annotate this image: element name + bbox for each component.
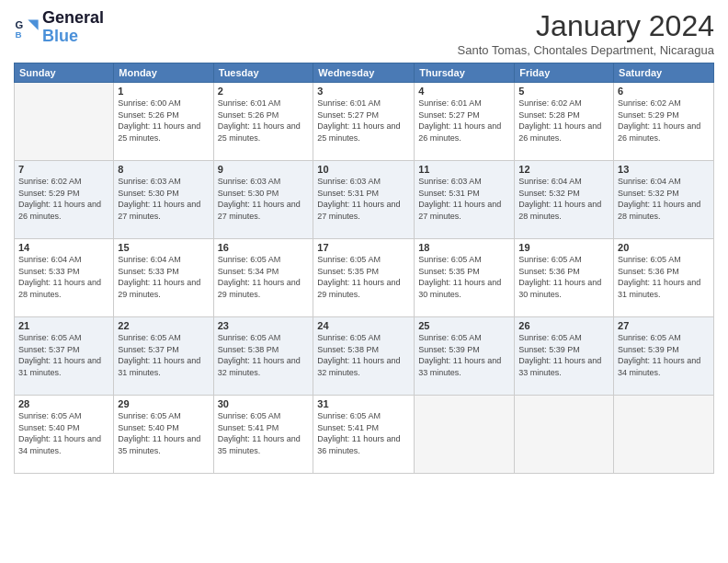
daylight-text: Daylight: 11 hours and 27 minutes. — [118, 200, 200, 221]
sunrise-text: Sunrise: 6:05 AM — [518, 333, 582, 342]
daylight-text: Daylight: 11 hours and 26 minutes. — [618, 121, 700, 143]
day-info: Sunrise: 6:04 AMSunset: 5:32 PMDaylight:… — [618, 176, 710, 222]
table-row: 24Sunrise: 6:05 AMSunset: 5:38 PMDayligh… — [313, 317, 415, 396]
daylight-text: Daylight: 11 hours and 35 minutes. — [118, 434, 200, 455]
day-number: 19 — [518, 242, 609, 253]
sunset-text: Sunset: 5:40 PM — [18, 423, 80, 432]
sunset-text: Sunset: 5:34 PM — [218, 267, 279, 276]
day-info: Sunrise: 6:02 AMSunset: 5:29 PMDaylight:… — [618, 98, 710, 144]
table-row — [15, 83, 114, 161]
table-row: 20Sunrise: 6:05 AMSunset: 5:36 PMDayligh… — [614, 239, 714, 317]
sunrise-text: Sunrise: 6:05 AM — [218, 333, 281, 342]
header: G B General Blue January 2024 Santo Toma… — [14, 9, 714, 57]
day-info: Sunrise: 6:05 AMSunset: 5:38 PMDaylight:… — [317, 332, 410, 378]
logo-general: General — [42, 9, 104, 28]
sunset-text: Sunset: 5:39 PM — [518, 345, 580, 354]
sunset-text: Sunset: 5:33 PM — [18, 267, 80, 276]
sunset-text: Sunset: 5:35 PM — [418, 267, 480, 276]
table-row — [415, 396, 515, 474]
sunrise-text: Sunrise: 6:02 AM — [18, 177, 82, 186]
daylight-text: Daylight: 11 hours and 29 minutes. — [218, 278, 301, 299]
day-number: 18 — [418, 242, 510, 253]
calendar-week-row: 7Sunrise: 6:02 AMSunset: 5:29 PMDaylight… — [15, 161, 714, 239]
daylight-text: Daylight: 11 hours and 36 minutes. — [317, 434, 400, 455]
day-number: 25 — [418, 320, 510, 331]
table-row: 31Sunrise: 6:05 AMSunset: 5:41 PMDayligh… — [313, 396, 415, 474]
day-number: 22 — [118, 320, 209, 331]
daylight-text: Daylight: 11 hours and 33 minutes. — [518, 356, 601, 377]
daylight-text: Daylight: 11 hours and 34 minutes. — [618, 356, 700, 377]
daylight-text: Daylight: 11 hours and 33 minutes. — [418, 356, 501, 377]
table-row: 1Sunrise: 6:00 AMSunset: 5:26 PMDaylight… — [114, 83, 213, 161]
table-row: 12Sunrise: 6:04 AMSunset: 5:32 PMDayligh… — [515, 161, 614, 239]
col-sunday: Sunday — [15, 63, 114, 83]
table-row: 13Sunrise: 6:04 AMSunset: 5:32 PMDayligh… — [614, 161, 714, 239]
sunrise-text: Sunrise: 6:04 AM — [618, 177, 681, 186]
calendar-header-row: Sunday Monday Tuesday Wednesday Thursday… — [15, 63, 714, 83]
sunrise-text: Sunrise: 6:05 AM — [118, 411, 181, 420]
sunset-text: Sunset: 5:39 PM — [618, 345, 679, 354]
calendar-table: Sunday Monday Tuesday Wednesday Thursday… — [14, 63, 714, 474]
daylight-text: Daylight: 11 hours and 34 minutes. — [18, 434, 101, 455]
day-info: Sunrise: 6:05 AMSunset: 5:39 PMDaylight:… — [418, 332, 510, 378]
sunrise-text: Sunrise: 6:05 AM — [317, 255, 381, 264]
table-row: 17Sunrise: 6:05 AMSunset: 5:35 PMDayligh… — [313, 239, 415, 317]
day-info: Sunrise: 6:05 AMSunset: 5:36 PMDaylight:… — [618, 254, 710, 300]
title-section: January 2024 Santo Tomas, Chontales Depa… — [458, 9, 714, 57]
day-number: 23 — [218, 320, 310, 331]
day-info: Sunrise: 6:05 AMSunset: 5:41 PMDaylight:… — [218, 410, 310, 456]
table-row: 2Sunrise: 6:01 AMSunset: 5:26 PMDaylight… — [213, 83, 313, 161]
logo: G B General Blue — [14, 9, 104, 46]
sunrise-text: Sunrise: 6:05 AM — [118, 333, 181, 342]
day-info: Sunrise: 6:00 AMSunset: 5:26 PMDaylight:… — [118, 98, 209, 144]
day-number: 8 — [118, 164, 209, 175]
daylight-text: Daylight: 11 hours and 25 minutes. — [118, 121, 200, 143]
sunrise-text: Sunrise: 6:01 AM — [218, 98, 281, 108]
daylight-text: Daylight: 11 hours and 35 minutes. — [218, 434, 301, 455]
day-info: Sunrise: 6:05 AMSunset: 5:37 PMDaylight:… — [118, 332, 209, 378]
day-info: Sunrise: 6:05 AMSunset: 5:39 PMDaylight:… — [518, 332, 609, 378]
sunrise-text: Sunrise: 6:01 AM — [418, 98, 482, 108]
day-info: Sunrise: 6:02 AMSunset: 5:28 PMDaylight:… — [518, 98, 609, 144]
table-row: 26Sunrise: 6:05 AMSunset: 5:39 PMDayligh… — [515, 317, 614, 396]
sunset-text: Sunset: 5:41 PM — [218, 423, 279, 432]
sunset-text: Sunset: 5:31 PM — [317, 189, 379, 198]
calendar-page: G B General Blue January 2024 Santo Toma… — [0, 0, 728, 563]
day-number: 4 — [418, 86, 510, 97]
calendar-week-row: 14Sunrise: 6:04 AMSunset: 5:33 PMDayligh… — [15, 239, 714, 317]
day-info: Sunrise: 6:05 AMSunset: 5:40 PMDaylight:… — [118, 410, 209, 456]
table-row: 28Sunrise: 6:05 AMSunset: 5:40 PMDayligh… — [15, 396, 114, 474]
daylight-text: Daylight: 11 hours and 31 minutes. — [18, 356, 101, 377]
sunset-text: Sunset: 5:29 PM — [618, 110, 679, 120]
day-number: 21 — [18, 320, 109, 331]
day-number: 6 — [618, 86, 710, 97]
table-row: 15Sunrise: 6:04 AMSunset: 5:33 PMDayligh… — [114, 239, 213, 317]
sunset-text: Sunset: 5:30 PM — [218, 189, 279, 198]
day-number: 17 — [317, 242, 410, 253]
day-info: Sunrise: 6:05 AMSunset: 5:40 PMDaylight:… — [18, 410, 109, 456]
day-info: Sunrise: 6:05 AMSunset: 5:41 PMDaylight:… — [317, 410, 410, 456]
col-friday: Friday — [515, 63, 614, 83]
sunset-text: Sunset: 5:28 PM — [518, 110, 580, 120]
sunset-text: Sunset: 5:27 PM — [317, 110, 379, 120]
day-info: Sunrise: 6:05 AMSunset: 5:37 PMDaylight:… — [18, 332, 109, 378]
sunrise-text: Sunrise: 6:03 AM — [218, 177, 281, 186]
day-info: Sunrise: 6:03 AMSunset: 5:31 PMDaylight:… — [317, 176, 410, 222]
daylight-text: Daylight: 11 hours and 26 minutes. — [518, 121, 601, 143]
sunrise-text: Sunrise: 6:05 AM — [317, 333, 381, 342]
calendar-week-row: 28Sunrise: 6:05 AMSunset: 5:40 PMDayligh… — [15, 396, 714, 474]
calendar-week-row: 21Sunrise: 6:05 AMSunset: 5:37 PMDayligh… — [15, 317, 714, 396]
daylight-text: Daylight: 11 hours and 27 minutes. — [218, 200, 301, 221]
day-info: Sunrise: 6:01 AMSunset: 5:26 PMDaylight:… — [218, 98, 310, 144]
day-info: Sunrise: 6:02 AMSunset: 5:29 PMDaylight:… — [18, 176, 109, 222]
daylight-text: Daylight: 11 hours and 25 minutes. — [317, 121, 400, 143]
table-row: 7Sunrise: 6:02 AMSunset: 5:29 PMDaylight… — [15, 161, 114, 239]
table-row — [614, 396, 714, 474]
daylight-text: Daylight: 11 hours and 28 minutes. — [18, 278, 101, 299]
day-number: 7 — [18, 164, 109, 175]
day-number: 3 — [317, 86, 410, 97]
sunrise-text: Sunrise: 6:04 AM — [118, 255, 181, 264]
table-row: 4Sunrise: 6:01 AMSunset: 5:27 PMDaylight… — [415, 83, 515, 161]
daylight-text: Daylight: 11 hours and 25 minutes. — [218, 121, 301, 143]
day-number: 15 — [118, 242, 209, 253]
